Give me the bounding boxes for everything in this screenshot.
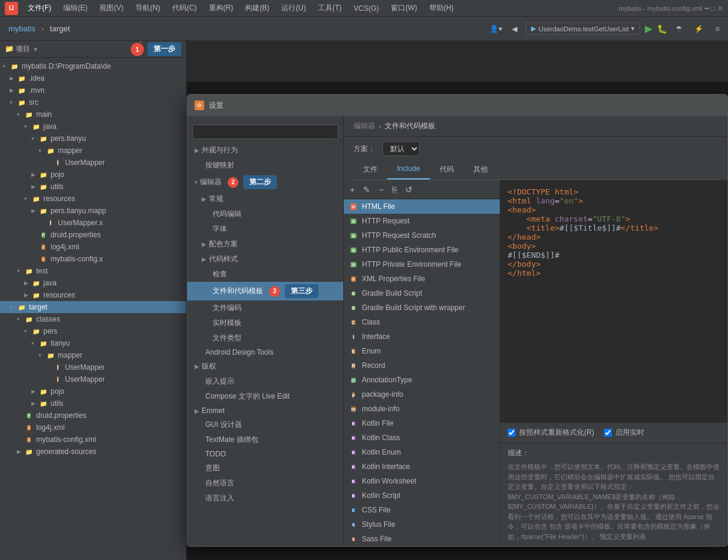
menu-help[interactable]: 帮助(H) [425,2,459,14]
tree-item-pojo[interactable]: ▶ 📁 pojo [0,169,186,181]
ft-item-http-scratch[interactable]: A HTTP Request Scratch [344,228,500,243]
tree-item-log4j-xml[interactable]: ▶ X log4j.xml [0,241,186,253]
tree-item-test-java[interactable]: ▶ 📁 java [0,277,186,289]
menu-build[interactable]: 构建(B) [240,2,274,14]
tree-item-test[interactable]: ▾ 📁 test [0,265,186,277]
nav-keymap[interactable]: 按键映射 [187,158,343,173]
tree-item-mybatis-config[interactable]: ▶ X mybatis-config.x [0,253,186,265]
nav-editor-section[interactable]: ▾ 编辑器 2 第二步 [187,173,343,191]
tree-item-classes[interactable]: ▾ 📁 classes [0,313,186,325]
tree-item-target-utils[interactable]: ▶ 📁 utils [0,397,186,409]
scheme-select[interactable]: 默认 [382,142,420,156]
profile-button[interactable]: ⚡ [691,23,707,35]
toolbar-brand-target[interactable]: target [46,23,73,34]
tree-item-target-pers[interactable]: ▾ 📁 pers [0,325,186,337]
ft-item-xml-props[interactable]: X XML Properties File [344,272,500,286]
tree-item-target-log4j[interactable]: ▶ X log4j.xml [0,422,186,434]
ft-add-button[interactable]: + [346,182,358,197]
ft-edit-button[interactable]: ✎ [359,182,374,197]
nav-codestyle[interactable]: ▶ 代码样式 [187,252,343,267]
ft-item-gradle-wrapper[interactable]: G Gradle Build Script with wrapper [344,300,500,315]
nav-natural-lang[interactable]: 自然语言 [187,476,343,491]
toolbar-brand-mybatis[interactable]: mybatis [5,23,39,34]
nav-inspections[interactable]: 检查 [187,267,343,282]
live-checkbox-input[interactable] [604,429,612,437]
tree-item-target-pojo[interactable]: ▶ 📁 pojo [0,385,186,397]
nav-lang-inject[interactable]: 语言注入 [187,491,343,506]
reformat-checkbox[interactable]: 按照样式重新格式化(R) [508,428,594,438]
tree-item-target-mapper[interactable]: ▾ 📁 mapper [0,349,186,361]
tree-item-mvn[interactable]: ▶ 📁 .mvn [0,84,186,96]
tree-item-target-druid[interactable]: ▶ P druid.properties [0,409,186,422]
run-configuration-selector[interactable]: ▶ UserdaoDemo.testGetUserList ▾ [526,22,640,35]
nav-file-encoding[interactable]: 文件编码 [187,300,343,316]
ft-item-http-priv-env[interactable]: A HTTP Private Environment File [344,257,500,272]
nav-android-design[interactable]: Android Design Tools [187,346,343,359]
tree-item-resources[interactable]: ▾ 📁 resources [0,193,186,205]
menu-refactor[interactable]: 重构(R) [204,2,238,14]
ft-item-class[interactable]: C Class [344,315,500,329]
tree-item-generated-sources[interactable]: ▶ 📁 generated-sources [0,446,186,458]
nav-file-types[interactable]: 文件类型 [187,331,343,346]
ft-item-stylus[interactable]: S Stylus File [344,517,500,532]
menu-file[interactable]: 文件(F) [23,2,56,14]
tree-item-target-mybatis[interactable]: ▶ X mybatis-config.xml [0,434,186,446]
tree-item-druid-prop[interactable]: ▶ P druid.properties [0,229,186,241]
tree-item-target-tianyu[interactable]: ▾ 📁 tianyu [0,337,186,349]
menu-edit[interactable]: 编辑(E) [58,2,92,14]
ft-item-module-info[interactable]: m module-info [344,402,500,416]
menu-run[interactable]: 运行(U) [276,2,311,14]
tree-item-src[interactable]: ▾ 📁 src [0,96,186,108]
ft-item-interface[interactable]: I Interface [344,329,500,344]
nav-appearance[interactable]: ▶ 外观与行为 [187,143,343,158]
code-editor-area[interactable]: <!DOCTYPE html> <html lang="en"> <head> [500,180,727,422]
menu-navigate[interactable]: 导航(N) [131,2,165,14]
tab-include[interactable]: Include [387,161,430,179]
tree-item-test-resources[interactable]: ▶ 📁 resources [0,289,186,301]
menu-tools[interactable]: 工具(T) [313,2,346,14]
nav-general[interactable]: ▶ 常规 [187,191,343,207]
ft-item-kotlin-iface[interactable]: K Kotlin Interface [344,459,500,474]
tree-item-usermapper-x[interactable]: ▶ I UserMapper.x [0,217,186,229]
menu-view[interactable]: 视图(V) [95,2,128,14]
ft-item-kotlin-ws[interactable]: K Kotlin Worksheet [344,474,500,488]
tab-other[interactable]: 其他 [464,161,497,179]
nav-intentions[interactable]: 意图 [187,461,343,476]
menu-vcs[interactable]: VCS(G) [349,3,384,14]
nav-inlay-hints[interactable]: 嵌入提示 [187,374,343,389]
tab-code[interactable]: 代码 [430,161,464,179]
ft-reset-button[interactable]: ↺ [402,182,416,197]
tab-file[interactable]: 文件 [353,161,387,179]
tree-item-java[interactable]: ▾ 📁 java [0,120,186,132]
ft-item-annotation[interactable]: @ AnnotationType [344,373,500,387]
tree-item-target-um1[interactable]: ▶ I UserMapper [0,361,186,373]
tree-item-utils[interactable]: ▶ 📁 utils [0,181,186,193]
ft-item-kotlin-file[interactable]: K Kotlin File [344,416,500,431]
coverage-button[interactable]: ☂ [672,23,686,35]
ft-item-sass[interactable]: S Sass File [344,532,500,546]
ft-item-http-pub-env[interactable]: A HTTP Public Environment File [344,243,500,257]
nav-font[interactable]: 字体 [187,222,343,237]
ft-item-kotlin-class[interactable]: K Kotlin Class [344,431,500,445]
ft-item-kotlin-script[interactable]: K Kotlin Script [344,488,500,503]
tree-item-mybatis[interactable]: ▾ 📁 mybatis D:\ProgramData\de [0,60,186,72]
tree-item-usermapper-1[interactable]: ▶ I UserMapper [0,157,186,169]
settings-search-input[interactable] [192,125,338,139]
nav-copyright[interactable]: ▶ 版权 [187,359,343,374]
menu-window[interactable]: 窗口(W) [386,2,422,14]
live-checkbox[interactable]: 启用实时 [604,428,644,438]
more-run-button[interactable]: ≡ [712,23,723,35]
tree-item-main[interactable]: ▾ 📁 main [0,108,186,120]
tree-item-pers-tianyu[interactable]: ▾ 📁 pers.tianyu [0,132,186,145]
debug-button[interactable]: 🐛 [657,24,667,34]
ft-item-record[interactable]: R Record [344,358,500,373]
ft-item-package-info[interactable]: p package-info [344,387,500,402]
tree-item-idea[interactable]: ▶ 📁 .idea [0,72,186,84]
tree-item-pers-tianyu-mapp[interactable]: ▶ 📁 pers.tianyu.mapp [0,205,186,217]
run-button[interactable]: ▶ [645,23,652,34]
nav-live-templates[interactable]: 实时模板 [187,316,343,331]
nav-compose-live-edit[interactable]: Compose 文字的 Live Edit [187,389,343,404]
ft-item-kotlin-enum[interactable]: K Kotlin Enum [344,445,500,459]
tree-item-mapper[interactable]: ▾ 📁 mapper [0,145,186,157]
nav-color[interactable]: ▶ 配色方案 [187,237,343,252]
